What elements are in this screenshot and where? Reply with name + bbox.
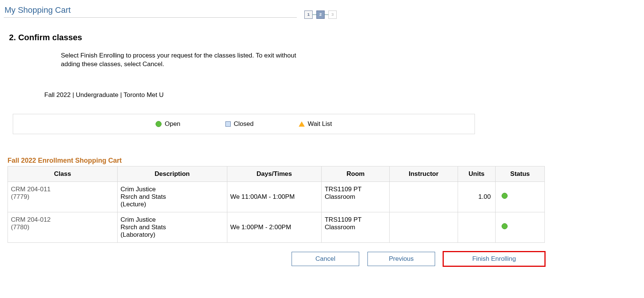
room-line: Classroom: [325, 224, 386, 231]
step-connector-icon: [325, 14, 328, 15]
desc-line: (Lecture): [121, 201, 224, 208]
action-bar: Cancel Previous Finish Enrolling: [4, 252, 545, 266]
closed-icon: [225, 121, 231, 127]
room-line: Classroom: [325, 193, 386, 201]
legend-waitlist: Wait List: [299, 120, 332, 128]
legend-waitlist-label: Wait List: [308, 120, 332, 128]
cell-instructor: [390, 212, 458, 242]
col-units: Units: [458, 166, 496, 182]
table-header-row: Class Description Days/Times Room Instru…: [8, 166, 545, 182]
step-connector-icon: [313, 14, 316, 15]
cell-instructor: [390, 182, 458, 212]
class-number: (7780): [11, 224, 114, 231]
cell-status: [496, 212, 545, 242]
step-2-icon: 2: [316, 11, 325, 19]
room-line: TRS1109 PT: [325, 186, 386, 193]
previous-button[interactable]: Previous: [367, 252, 435, 266]
cancel-button[interactable]: Cancel: [292, 252, 359, 266]
status-legend: Open Closed Wait List: [13, 114, 475, 134]
desc-line: Rsrch and Stats: [121, 224, 224, 231]
cell-room: TRS1109 PT Classroom: [322, 182, 390, 212]
table-row: CRM 204-011 (7779) Crim Justice Rsrch an…: [8, 182, 545, 212]
cell-days-times: We 1:00PM - 2:00PM: [227, 212, 322, 242]
cell-room: TRS1109 PT Classroom: [322, 212, 390, 242]
col-room: Room: [322, 166, 390, 182]
desc-line: Rsrch and Stats: [121, 193, 224, 201]
step-1-icon: 1: [304, 11, 313, 19]
open-icon: [156, 121, 162, 127]
col-days-times: Days/Times: [227, 166, 322, 182]
desc-line: Crim Justice: [121, 216, 224, 224]
desc-line: (Laboratory): [121, 231, 224, 239]
col-description: Description: [117, 166, 227, 182]
desc-line: Crim Justice: [121, 186, 224, 193]
section-heading: 2. Confirm classes: [9, 33, 640, 42]
col-class: Class: [8, 166, 118, 182]
cell-description: Crim Justice Rsrch and Stats (Lecture): [117, 182, 227, 212]
step-3-icon: 3: [328, 11, 337, 19]
title-divider: [4, 17, 297, 18]
instructions-text: Select Finish Enrolling to process your …: [61, 51, 316, 69]
col-instructor: Instructor: [390, 166, 458, 182]
cell-class: CRM 204-011 (7779): [8, 182, 118, 212]
room-line: TRS1109 PT: [325, 216, 386, 224]
cell-days-times: We 11:00AM - 1:00PM: [227, 182, 322, 212]
legend-closed-label: Closed: [234, 120, 254, 128]
cell-units: 1.00: [458, 182, 496, 212]
class-number: (7779): [11, 193, 114, 201]
cell-description: Crim Justice Rsrch and Stats (Laboratory…: [117, 212, 227, 242]
cell-units: [458, 212, 496, 242]
legend-closed: Closed: [225, 120, 254, 128]
term-line: Fall 2022 | Undergraduate | Toronto Met …: [44, 91, 640, 99]
legend-open-label: Open: [165, 120, 180, 128]
table-row: CRM 204-012 (7780) Crim Justice Rsrch an…: [8, 212, 545, 242]
waitlist-icon: [299, 121, 305, 127]
finish-enrolling-button[interactable]: Finish Enrolling: [443, 252, 545, 266]
open-icon: [502, 193, 508, 199]
class-code: CRM 204-011: [11, 186, 114, 193]
legend-open: Open: [156, 120, 180, 128]
open-icon: [502, 223, 508, 229]
cell-class: CRM 204-012 (7780): [8, 212, 118, 242]
step-indicator: 1 2 3: [304, 11, 337, 19]
cart-title: Fall 2022 Enrollment Shopping Cart: [8, 157, 640, 165]
class-code: CRM 204-012: [11, 216, 114, 224]
cell-status: [496, 182, 545, 212]
col-status: Status: [496, 166, 545, 182]
cart-table: Class Description Days/Times Room Instru…: [8, 166, 545, 243]
